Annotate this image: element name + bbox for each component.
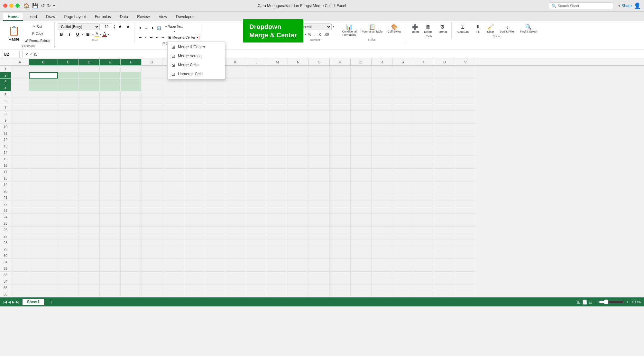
cell-M34[interactable]: [267, 278, 288, 285]
cell-T12[interactable]: [413, 136, 434, 143]
cell-Q36[interactable]: [351, 291, 372, 297]
cell-J31[interactable]: [204, 259, 225, 265]
cell-B35[interactable]: [29, 285, 58, 291]
minimize-button[interactable]: [9, 4, 14, 8]
cell-C8[interactable]: [58, 111, 79, 117]
cell-U10[interactable]: [434, 124, 455, 130]
cell-V9[interactable]: [455, 117, 476, 124]
cell-D17[interactable]: [79, 169, 100, 175]
cell-L8[interactable]: [246, 111, 267, 117]
cell-M16[interactable]: [267, 162, 288, 169]
row-num-15[interactable]: 15: [0, 156, 11, 162]
cell-L2[interactable]: [246, 72, 267, 79]
cell-V11[interactable]: [455, 130, 476, 136]
cell-Q29[interactable]: [351, 246, 372, 252]
cell-L12[interactable]: [246, 136, 267, 143]
cell-M2[interactable]: [267, 72, 288, 79]
cell-T36[interactable]: [413, 291, 434, 297]
cell-U20[interactable]: [434, 188, 455, 194]
orientation-button[interactable]: 🔄: [156, 25, 162, 32]
cell-H34[interactable]: [162, 278, 183, 285]
cell-N34[interactable]: [288, 278, 309, 285]
align-middle-button[interactable]: ↔: [143, 25, 149, 32]
cell-N15[interactable]: [288, 156, 309, 162]
fill-color-button[interactable]: A: [95, 32, 99, 37]
cell-F29[interactable]: [121, 246, 142, 252]
cell-H9[interactable]: [162, 117, 183, 124]
cell-K25[interactable]: [225, 220, 246, 227]
cell-U7[interactable]: [434, 104, 455, 111]
cell-E4[interactable]: [100, 85, 121, 91]
cell-S8[interactable]: [392, 111, 413, 117]
cell-P25[interactable]: [330, 220, 351, 227]
cell-E15[interactable]: [100, 156, 121, 162]
cell-L21[interactable]: [246, 194, 267, 201]
cell-I32[interactable]: [183, 265, 204, 272]
cell-C26[interactable]: [58, 227, 79, 233]
cell-D34[interactable]: [79, 278, 100, 285]
cell-L17[interactable]: [246, 169, 267, 175]
cell-G19[interactable]: [142, 182, 162, 188]
row-num-24[interactable]: 24: [0, 214, 11, 220]
cell-D11[interactable]: [79, 130, 100, 136]
cell-P12[interactable]: [330, 136, 351, 143]
row-num-36[interactable]: 36: [0, 291, 11, 297]
cell-N19[interactable]: [288, 182, 309, 188]
tab-page-layout[interactable]: Page Layout: [60, 13, 90, 21]
cell-H30[interactable]: [162, 252, 183, 259]
cell-B9[interactable]: [29, 117, 58, 124]
cell-D7[interactable]: [79, 104, 100, 111]
accounting-arrow[interactable]: ▾: [305, 33, 306, 36]
cell-K13[interactable]: [225, 143, 246, 149]
cell-C19[interactable]: [58, 182, 79, 188]
cell-E26[interactable]: [100, 227, 121, 233]
cell-D29[interactable]: [79, 246, 100, 252]
cell-R29[interactable]: [372, 246, 392, 252]
cell-V32[interactable]: [455, 265, 476, 272]
cell-J4[interactable]: [204, 85, 225, 91]
cell-A1[interactable]: [11, 66, 29, 72]
cell-I26[interactable]: [183, 227, 204, 233]
cell-T27[interactable]: [413, 233, 434, 239]
cell-R33[interactable]: [372, 272, 392, 278]
conditional-formatting-button[interactable]: 📊 ConditionalFormatting: [340, 23, 359, 37]
cell-V1[interactable]: [455, 66, 476, 72]
cell-L24[interactable]: [246, 214, 267, 220]
cell-H3[interactable]: [162, 79, 183, 85]
cell-T15[interactable]: [413, 156, 434, 162]
cell-S35[interactable]: [392, 285, 413, 291]
cell-K18[interactable]: [225, 175, 246, 182]
cell-N5[interactable]: [288, 91, 309, 98]
cell-K14[interactable]: [225, 149, 246, 156]
cell-R6[interactable]: [372, 98, 392, 104]
cell-G10[interactable]: [142, 124, 162, 130]
row-num-30[interactable]: 30: [0, 252, 11, 259]
cell-N30[interactable]: [288, 252, 309, 259]
cell-T16[interactable]: [413, 162, 434, 169]
cell-O6[interactable]: [309, 98, 330, 104]
cell-Q11[interactable]: [351, 130, 372, 136]
cell-S22[interactable]: [392, 201, 413, 207]
cell-L6[interactable]: [246, 98, 267, 104]
cell-S1[interactable]: [392, 66, 413, 72]
cell-P17[interactable]: [330, 169, 351, 175]
cell-S12[interactable]: [392, 136, 413, 143]
cell-P22[interactable]: [330, 201, 351, 207]
normal-view-icon[interactable]: ⊞: [577, 299, 581, 304]
cell-F32[interactable]: [121, 265, 142, 272]
cell-V33[interactable]: [455, 272, 476, 278]
cell-J6[interactable]: [204, 98, 225, 104]
cell-F21[interactable]: [121, 194, 142, 201]
cell-P4[interactable]: [330, 85, 351, 91]
cell-M7[interactable]: [267, 104, 288, 111]
cell-B27[interactable]: [29, 233, 58, 239]
tab-home[interactable]: Home: [3, 13, 23, 21]
cell-O15[interactable]: [309, 156, 330, 162]
cell-A11[interactable]: [11, 130, 29, 136]
cell-Q3[interactable]: [351, 79, 372, 85]
cell-F17[interactable]: [121, 169, 142, 175]
cell-A9[interactable]: [11, 117, 29, 124]
cell-R20[interactable]: [372, 188, 392, 194]
cell-R16[interactable]: [372, 162, 392, 169]
cell-H18[interactable]: [162, 175, 183, 182]
